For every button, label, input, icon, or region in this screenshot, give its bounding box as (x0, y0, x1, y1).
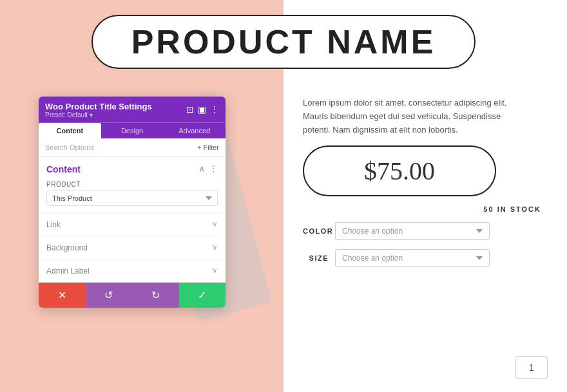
right-wrapper: Lorem ipsum dolor sit amet, consectetur … (284, 84, 567, 392)
size-select[interactable]: Choose an option (335, 249, 490, 267)
admin-label-text: Admin Label (46, 266, 90, 275)
section-more-icon[interactable]: ⋮ (209, 163, 218, 174)
background-label: Background (46, 243, 88, 252)
panel-search-row: Search Options + Filter (39, 138, 226, 157)
section-header-icons: ∧ ⋮ (198, 163, 218, 174)
tab-design[interactable]: Design (101, 123, 164, 138)
collapse-icon[interactable]: ∧ (198, 163, 205, 174)
settings-panel: Woo Product Title Settings Preset: Defau… (39, 97, 226, 308)
content-section-header: Content ∧ ⋮ (39, 157, 226, 178)
product-name: PRODUCT NAME (131, 23, 436, 61)
tab-content[interactable]: Content (39, 123, 101, 138)
more-icon[interactable]: ⋮ (210, 106, 219, 115)
panel-tabs: Content Design Advanced (39, 122, 226, 138)
panel-header: Woo Product Title Settings Preset: Defau… (39, 97, 226, 122)
redo-button[interactable]: ↻ (132, 283, 179, 308)
panel-footer: ✕ ↺ ↻ ✓ (39, 282, 226, 308)
columns-icon[interactable]: ▣ (198, 106, 206, 115)
background-chevron: ∨ (212, 243, 218, 252)
filter-button[interactable]: + Filter (197, 144, 219, 151)
panel-header-icons: ⊡ ▣ ⋮ (186, 106, 219, 115)
color-select[interactable]: Choose an option (335, 222, 490, 240)
size-option-row: SIZE Choose an option (303, 249, 541, 267)
product-field-group: Product This Product (39, 178, 226, 212)
link-label: Link (46, 220, 61, 229)
resize-icon[interactable]: ⊡ (186, 106, 194, 115)
undo-button[interactable]: ↺ (86, 283, 133, 308)
panel-title-area: Woo Product Title Settings Preset: Defau… (45, 102, 152, 118)
link-collapsible[interactable]: Link ∨ (39, 212, 226, 236)
content-section-title: Content (46, 164, 81, 174)
search-placeholder-text: Search Options (45, 144, 94, 151)
price-badge: $75.00 (303, 145, 496, 196)
cancel-button[interactable]: ✕ (39, 283, 86, 308)
link-chevron: ∨ (212, 219, 218, 229)
quantity-value: 1 (529, 362, 534, 373)
panel-preset[interactable]: Preset: Default ▾ (45, 111, 152, 118)
admin-label-chevron: ∨ (212, 266, 218, 275)
product-field-label: Product (46, 181, 218, 188)
panel-title: Woo Product Title Settings (45, 102, 152, 111)
product-name-badge: PRODUCT NAME (91, 15, 476, 69)
stock-status: 50 IN STOCK (303, 205, 541, 213)
save-button[interactable]: ✓ (179, 283, 226, 308)
panel-body: Content ∧ ⋮ Product This Product Link (39, 157, 226, 282)
color-option-row: COLOR Choose an option (303, 222, 541, 240)
top-section: PRODUCT NAME (0, 0, 567, 84)
admin-label-collapsible[interactable]: Admin Label ∨ (39, 259, 226, 282)
color-label: COLOR (303, 227, 329, 235)
left-area: Woo Product Title Settings Preset: Defau… (0, 84, 284, 392)
quantity-box[interactable]: 1 (515, 356, 548, 379)
size-label: SIZE (303, 254, 329, 262)
product-description: Lorem ipsum dolor sit amet, consectetur … (303, 97, 509, 136)
filter-label: + Filter (197, 144, 219, 151)
bottom-section: Woo Product Title Settings Preset: Defau… (0, 84, 567, 392)
tab-advanced[interactable]: Advanced (163, 123, 226, 138)
price-text: $75.00 (364, 156, 435, 185)
product-select[interactable]: This Product (46, 191, 218, 206)
background-collapsible[interactable]: Background ∨ (39, 236, 226, 259)
right-area: Lorem ipsum dolor sit amet, consectetur … (284, 84, 567, 280)
